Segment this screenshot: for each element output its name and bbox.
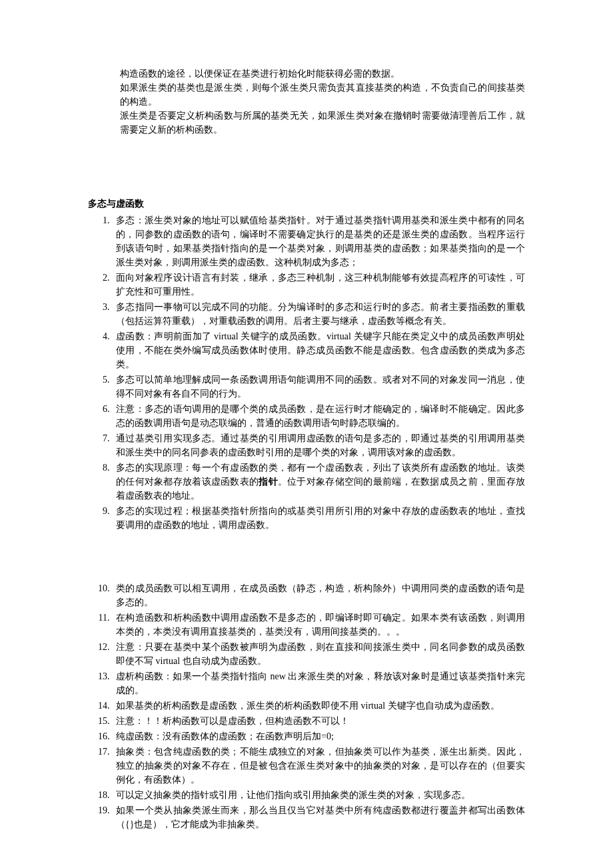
list-item: 注意：多态的语句调用的是哪个类的成员函数，是在运行时才能确定的，编译时不能确定。… [112,402,525,430]
list-item: 多态指同一事物可以完成不同的功能。分为编译时的多态和运行时的多态。前者主要指函数… [112,300,525,328]
list-item: 多态可以简单地理解成同一条函数调用语句能调用不同的函数。或者对不同的对象发同一消… [112,373,525,401]
list-item: 抽象类：包含纯虚函数的类；不能生成独立的对象，但抽象类可以作为基类，派生出新类。… [112,745,525,787]
list-item: 注意：只要在基类中某个函数被声明为虚函数，则在直接和间接派生类中，同名同参数的成… [112,640,525,668]
list-item: 多态：派生类对象的地址可以赋值给基类指针。对于通过基类指针调用基类和派生类中都有… [112,213,525,269]
intro-line-3: 派生类是否要定义析构函数与所属的基类无关，如果派生类对象在撤销时需要做清理善后工… [120,109,525,137]
item8-bold: 指针 [259,477,278,487]
list-item: 类的成员函数可以相互调用，在成员函数（静态，构造，析构除外）中调用同类的虚函数的… [112,581,525,609]
list-item: 面向对象程序设计语言有封装，继承，多态三种机制，这三种机制能够有效提高程序的可读… [112,271,525,299]
list-item: 通过基类引用实现多态。通过基类的引用调用虚函数的语句是多态的，即通过基类的引用调… [112,431,525,459]
list-item: 注意：！！析构函数可以是虚函数，但构造函数不可以！ [112,714,525,728]
spacer [88,533,525,581]
section-title: 多态与虚函数 [88,197,525,211]
list-item: 如果基类的析构函数是虚函数，派生类的析构函数即使不用 virtual 关键字也自… [112,699,525,713]
ordered-list: 多态：派生类对象的地址可以赋值给基类指针。对于通过基类指针调用基类和派生类中都有… [88,213,525,532]
list-item: 纯虚函数：没有函数体的虚函数；在函数声明后加=0; [112,729,525,743]
list-item: 虚析构函数：如果一个基类指针指向 new 出来派生类的对象，释放该对象时是通过该… [112,669,525,697]
list-item: 在构造函数和析构函数中调用虚函数不是多态的，即编译时即可确定。如果本类有该函数，… [112,611,525,639]
intro-paragraphs: 构造函数的途径，以便保证在基类进行初始化时能获得必需的数据。 如果派生类的基类也… [120,67,525,137]
document-page: 构造函数的途径，以便保证在基类进行初始化时能获得必需的数据。 如果派生类的基类也… [0,0,613,868]
ordered-list-continued: 类的成员函数可以相互调用，在成员函数（静态，构造，析构除外）中调用同类的虚函数的… [88,581,525,831]
list-item: 虚函数：声明前面加了 virtual 关键字的成员函数。virtual 关键字只… [112,329,525,371]
list-item: 多态的实现过程；根据基类指针所指向的或基类引用所引用的对象中存放的虚函数表的地址… [112,504,525,532]
spacer [88,833,525,868]
intro-line-1: 构造函数的途径，以便保证在基类进行初始化时能获得必需的数据。 [120,67,525,81]
list-item: 如果一个类从抽象类派生而来，那么当且仅当它对基类中所有纯虚函数都进行覆盖并都写出… [112,803,525,831]
list-item-8: 多态的实现原理：每一个有虚函数的类，都有一个虚函数表，列出了该类所有虚函数的地址… [112,461,525,503]
intro-line-2: 如果派生类的基类也是派生类，则每个派生类只需负责其直接基类的构造，不负责自己的间… [120,81,525,109]
list-item: 可以定义抽象类的指针或引用，让他们指向或引用抽象类的派生类的对象，实现多态。 [112,788,525,802]
